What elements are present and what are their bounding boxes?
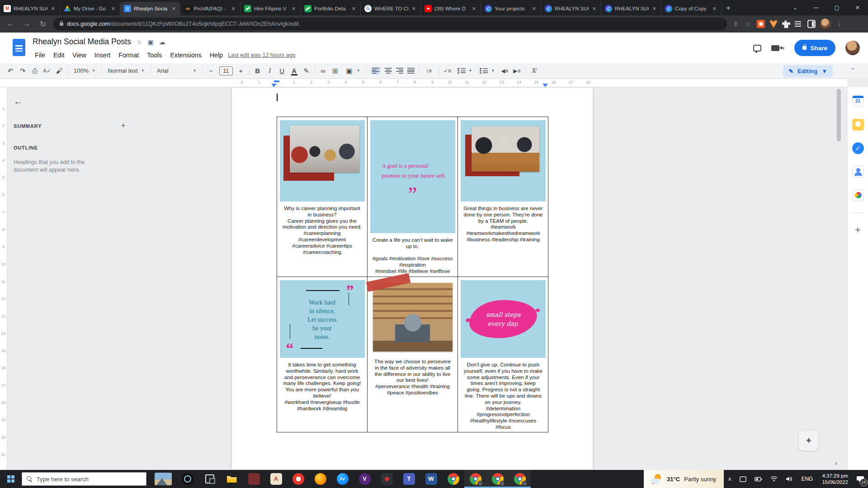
paint-format-button[interactable]: 🖌 xyxy=(55,67,63,75)
tab-close-icon[interactable]: ✕ xyxy=(531,6,537,12)
insert-link-button[interactable]: ∞ xyxy=(319,67,327,75)
browser-profile-avatar[interactable] xyxy=(820,19,831,29)
align-center-button[interactable] xyxy=(385,68,392,74)
menu-item[interactable]: View xyxy=(69,51,90,60)
show-side-panel-chevron-icon[interactable]: › xyxy=(835,459,837,467)
browser-tab[interactable]: Copy of Copy ✕ xyxy=(661,2,722,15)
taskbar-search-input[interactable]: Type here to search xyxy=(22,472,146,486)
menu-item[interactable]: Insert xyxy=(91,51,113,60)
zoom-select[interactable]: 100%▼ xyxy=(72,67,97,74)
tab-close-icon[interactable]: ✕ xyxy=(291,6,297,12)
browser-tab[interactable]: RHEALYN SUC ✕ xyxy=(0,2,60,15)
decrease-indent-button[interactable]: ◀≡ xyxy=(500,68,509,74)
line-spacing-button[interactable]: ↕≡ xyxy=(423,68,435,74)
menu-item[interactable]: Tools xyxy=(144,51,165,60)
tab-close-icon[interactable]: ✕ xyxy=(411,6,417,12)
increase-font-button[interactable]: + xyxy=(237,67,245,75)
table-cell[interactable]: The way we choose to persevere in the fa… xyxy=(368,277,458,432)
tablet-mode-icon[interactable] xyxy=(740,476,746,482)
comment-history-icon[interactable] xyxy=(753,45,761,52)
tab-close-icon[interactable]: ✕ xyxy=(110,6,116,12)
document-page[interactable]: Why is career planning important in busi… xyxy=(231,87,593,470)
menu-item[interactable]: Extensions xyxy=(167,51,204,60)
new-tab-button[interactable]: + xyxy=(722,2,735,15)
tab-close-icon[interactable]: ✕ xyxy=(651,6,657,12)
share-page-icon[interactable]: ⇪ xyxy=(731,20,740,28)
start-button[interactable] xyxy=(0,470,22,488)
taskbar-clock[interactable]: 4:37:29 pm 15/06/2022 xyxy=(822,473,848,485)
tab-close-icon[interactable]: ✕ xyxy=(591,6,597,12)
extensions-puzzle-icon[interactable] xyxy=(782,20,790,28)
taskbar-app-cortana[interactable] xyxy=(176,470,198,488)
table-cell[interactable]: Great things in business are never done … xyxy=(458,117,548,277)
browser-tab[interactable]: WHERE TO CH ✕ xyxy=(361,2,421,15)
star-document-icon[interactable]: ☆ xyxy=(137,38,142,46)
contacts-icon[interactable] xyxy=(852,166,864,178)
forward-button[interactable]: → xyxy=(21,19,33,28)
taskbar-app-app-dark[interactable] xyxy=(376,470,398,488)
menu-item[interactable]: Help xyxy=(207,51,226,60)
browser-tab[interactable]: Hire Filipino V ✕ xyxy=(241,2,301,15)
table-cell[interactable]: small steps every day. Don’t give up. Co… xyxy=(458,277,548,432)
browser-tab[interactable]: ProVA(FAQ) - ✕ xyxy=(180,2,241,15)
maximize-button[interactable]: ▢ xyxy=(826,0,847,15)
spellcheck-button[interactable]: A✓ xyxy=(43,68,51,74)
browser-tab[interactable]: Rhealyn Socia ✕ xyxy=(120,2,180,15)
volume-icon[interactable] xyxy=(786,476,793,482)
browser-tab[interactable]: Your projects ✕ xyxy=(481,2,541,15)
redo-button[interactable]: ↷ xyxy=(19,67,27,75)
document-title[interactable]: Rhealyn Social Media Posts xyxy=(33,37,131,47)
explore-button[interactable]: ✦ xyxy=(798,430,819,451)
close-button[interactable]: ✕ xyxy=(847,0,868,15)
taskbar-app-task-view[interactable] xyxy=(198,470,221,488)
tab-search-icon[interactable]: ⌄ xyxy=(785,0,806,15)
padlock-icon[interactable] xyxy=(60,23,63,26)
reload-button[interactable]: ↻ xyxy=(37,19,49,29)
horizontal-ruler[interactable]: 21123456789101112131415161718 xyxy=(0,79,847,87)
metamask-icon[interactable] xyxy=(769,20,778,28)
tab-close-icon[interactable]: ✕ xyxy=(712,6,717,12)
calendar-icon[interactable]: 31 xyxy=(852,95,864,107)
undo-button[interactable]: ↶ xyxy=(6,67,14,75)
account-avatar[interactable] xyxy=(845,41,860,55)
taskbar-app-word[interactable] xyxy=(420,470,442,488)
align-left-button[interactable] xyxy=(371,67,381,75)
notification-center-button[interactable]: 15 xyxy=(853,470,868,488)
insert-image-button[interactable]: ▣▼ xyxy=(344,67,362,75)
align-justify-button[interactable] xyxy=(407,68,415,74)
add-addon-button[interactable]: + xyxy=(852,225,864,237)
tab-close-icon[interactable]: ✕ xyxy=(231,6,236,12)
underline-button[interactable]: U xyxy=(278,67,286,75)
taskbar-app-app-purple[interactable] xyxy=(354,470,376,488)
right-indent-marker[interactable] xyxy=(542,84,548,87)
extension-icon[interactable] xyxy=(757,20,765,28)
back-button[interactable]: ← xyxy=(5,19,16,28)
news-widget-thumbnail[interactable] xyxy=(155,473,172,485)
bulleted-list-button[interactable]: ▼ xyxy=(456,68,474,74)
last-edit-link[interactable]: Last edit was 12 hours ago xyxy=(228,52,295,58)
table-cell[interactable]: Why is career planning important in busi… xyxy=(277,117,368,277)
move-folder-icon[interactable]: ▣ xyxy=(147,38,153,46)
text-color-button[interactable]: A xyxy=(290,67,298,75)
taskbar-app-teams[interactable] xyxy=(398,470,420,488)
taskbar-app-chrome[interactable] xyxy=(464,470,486,488)
reading-list-icon[interactable] xyxy=(795,20,803,28)
join-call-button[interactable]: ▾ xyxy=(771,45,784,51)
font-size-input[interactable]: 11 xyxy=(219,66,233,75)
bookmark-star-icon[interactable]: ☆ xyxy=(744,20,752,28)
document-scrollbar[interactable] xyxy=(837,89,841,141)
menu-item[interactable]: Edit xyxy=(50,51,67,60)
taskbar-app-messenger[interactable] xyxy=(331,470,354,488)
weather-widget[interactable]: 31°C Partly sunny xyxy=(644,470,724,488)
keep-icon[interactable] xyxy=(852,119,864,131)
tray-expand-chevron-icon[interactable]: ∧ xyxy=(728,476,732,482)
add-summary-button[interactable]: + xyxy=(121,121,126,131)
url-omnibox[interactable]: docs.google.com/document/d/11QKzFpW0OBu2… xyxy=(53,18,727,30)
tab-close-icon[interactable]: ✕ xyxy=(351,6,357,12)
browser-menu-icon[interactable]: ⋮ xyxy=(835,20,844,28)
side-panel-icon[interactable] xyxy=(807,20,816,28)
taskbar-app-chrome[interactable] xyxy=(486,470,509,488)
tasks-icon[interactable] xyxy=(852,142,864,154)
vertical-ruler[interactable]: 123456789101112131415161718192021 xyxy=(0,87,7,470)
taskbar-app-app-beige[interactable] xyxy=(265,470,287,488)
